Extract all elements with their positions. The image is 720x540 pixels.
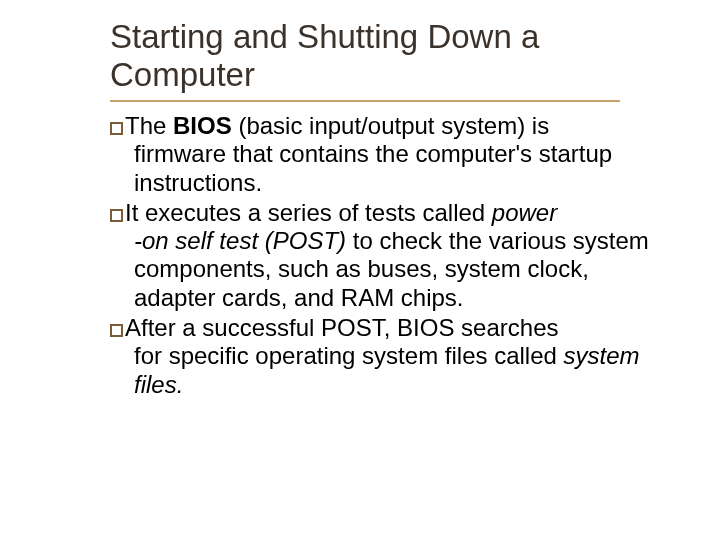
bullet-3-cont-pre: for specific operating system files call… bbox=[134, 342, 564, 369]
bullet-1-bold: BIOS bbox=[173, 112, 232, 139]
bullet-1: The BIOS (basic input/output system) is … bbox=[110, 112, 660, 197]
slide: Starting and Shutting Down a Computer Th… bbox=[0, 0, 720, 421]
bullet-2-italic1: power bbox=[492, 199, 557, 226]
bullet-2: It executes a series of tests called pow… bbox=[110, 199, 660, 312]
bullet-2-italic2: -on self test (POST) bbox=[134, 227, 353, 254]
bullet-marker-icon bbox=[110, 122, 123, 135]
bullet-2-cont: -on self test (POST) to check the variou… bbox=[110, 227, 660, 312]
bullet-1-cont: firmware that contains the computer's st… bbox=[110, 140, 660, 197]
title-underline bbox=[110, 100, 620, 102]
bullet-1-mid: (basic input/output system) is bbox=[232, 112, 549, 139]
bullet-1-pre: The bbox=[125, 112, 173, 139]
bullet-3-pre: After a successful POST, BIOS searches bbox=[125, 314, 559, 341]
slide-title: Starting and Shutting Down a Computer bbox=[110, 18, 660, 94]
bullet-marker-icon bbox=[110, 324, 123, 337]
bullet-marker-icon bbox=[110, 209, 123, 222]
bullet-3-cont: for specific operating system files call… bbox=[110, 342, 660, 399]
bullet-2-pre: It executes a series of tests called bbox=[125, 199, 492, 226]
slide-body: The BIOS (basic input/output system) is … bbox=[110, 112, 660, 399]
bullet-3: After a successful POST, BIOS searches f… bbox=[110, 314, 660, 399]
